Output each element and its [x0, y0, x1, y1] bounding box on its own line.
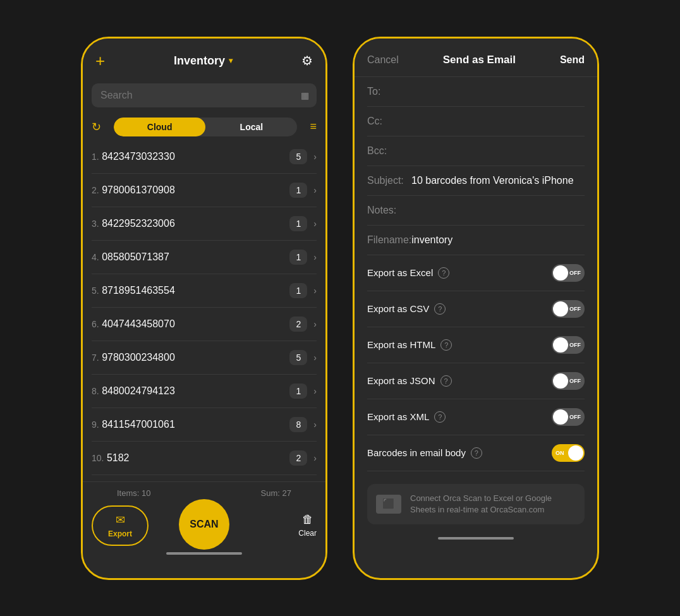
toggle-knob: [553, 301, 568, 317]
chevron-down-icon: ▾: [229, 56, 233, 65]
items-count: Items: 10: [117, 488, 150, 498]
settings-icon[interactable]: ⚙: [301, 53, 313, 68]
chevron-right-icon: ›: [313, 185, 317, 195]
cc-field: Cc:: [367, 107, 585, 136]
email-form: To: Cc: Bcc: Subject: 10 barcodes from V…: [355, 77, 597, 255]
bottom-actions: ✉ Export SCAN 🗑 Clear: [92, 505, 317, 546]
toggle-label: OFF: [569, 306, 581, 312]
item-count: 1: [289, 250, 307, 265]
list-item[interactable]: 4. 085805071387 1 ›: [92, 241, 317, 274]
bcc-input[interactable]: [411, 145, 585, 157]
help-icon[interactable]: ?: [434, 411, 446, 423]
list-item[interactable]: 5. 8718951463554 1 ›: [92, 274, 317, 308]
item-count: 5: [289, 350, 307, 365]
chevron-right-icon: ›: [313, 353, 317, 363]
help-icon[interactable]: ?: [440, 339, 452, 351]
help-icon[interactable]: ?: [434, 303, 446, 315]
barcode-icon: ▦: [301, 90, 309, 100]
toggle-label: OFF: [569, 378, 581, 384]
toggle-label: OFF: [569, 414, 581, 420]
toggle-knob: [553, 337, 568, 353]
send-button[interactable]: Send: [560, 54, 585, 66]
export-option-row: Export as CSV ? OFF: [367, 291, 585, 327]
toggle-switch[interactable]: OFF: [552, 408, 585, 426]
left-header: + Inventory ▾ ⚙: [83, 39, 325, 77]
item-count: 1: [289, 183, 307, 198]
item-code: 2. 9780061370908: [92, 184, 175, 196]
inventory-title[interactable]: Inventory ▾: [174, 54, 233, 68]
item-code: 6. 4047443458070: [92, 318, 175, 330]
to-input[interactable]: [411, 86, 585, 97]
item-code: 7. 9780300234800: [92, 352, 175, 363]
chevron-right-icon: ›: [313, 219, 317, 229]
filename-value: inventory: [411, 234, 585, 246]
chevron-right-icon: ›: [313, 420, 317, 430]
toggle-switch[interactable]: OFF: [552, 336, 585, 354]
search-bar: ▦: [92, 83, 317, 107]
item-code: 5. 8718951463554: [92, 285, 175, 296]
refresh-icon[interactable]: ↻: [92, 120, 101, 134]
chevron-right-icon: ›: [313, 453, 317, 463]
local-tab[interactable]: Local: [205, 118, 297, 136]
export-option-row: Export as XML ? OFF: [367, 399, 585, 435]
chevron-right-icon: ›: [313, 386, 317, 396]
list-item[interactable]: 9. 8411547001061 8 ›: [92, 408, 317, 442]
list-item[interactable]: 7. 9780300234800 5 ›: [92, 341, 317, 375]
subject-value: 10 barcodes from Veronica's iPhone: [411, 175, 585, 186]
notes-input[interactable]: [411, 205, 585, 216]
search-input[interactable]: [92, 83, 317, 107]
cloud-local-toggle: Cloud Local: [114, 118, 297, 136]
chevron-right-icon: ›: [313, 252, 317, 262]
item-code: 10. 5182: [92, 452, 130, 464]
bcc-label: Bcc:: [367, 145, 411, 157]
toggle-label: OFF: [569, 270, 581, 276]
list-item[interactable]: 8. 8480024794123 1 ›: [92, 375, 317, 408]
clear-label: Clear: [298, 529, 317, 538]
export-option-row: Export as JSON ? OFF: [367, 363, 585, 399]
help-icon[interactable]: ?: [438, 267, 449, 279]
item-code: 9. 8411547001061: [92, 419, 175, 430]
toggle-label: OFF: [569, 342, 581, 348]
export-option-label: Export as HTML: [367, 339, 435, 350]
left-phone: + Inventory ▾ ⚙ ▦ ↻ Cloud Local ≡ 1. 842…: [81, 37, 327, 580]
toggle-knob: [553, 265, 568, 281]
title-text: Inventory: [174, 54, 225, 68]
list-item[interactable]: 3. 8422952323006 1 ›: [92, 207, 317, 241]
export-option-label: Export as Excel: [367, 267, 433, 278]
item-code: 4. 085805071387: [92, 251, 169, 263]
toggle-knob: [553, 409, 568, 425]
toggle-switch[interactable]: ON: [552, 444, 585, 462]
help-icon[interactable]: ?: [440, 375, 452, 387]
item-count: 5: [289, 149, 307, 164]
list-item[interactable]: 6. 4047443458070 2 ›: [92, 308, 317, 341]
notes-label: Notes:: [367, 205, 411, 216]
scan-button[interactable]: SCAN: [179, 499, 229, 550]
toggle-switch[interactable]: OFF: [552, 300, 585, 318]
item-count: 2: [289, 450, 307, 466]
add-icon[interactable]: +: [95, 51, 105, 71]
filename-field: Filename: inventory: [367, 226, 585, 255]
toggle-switch[interactable]: OFF: [552, 372, 585, 390]
export-button[interactable]: ✉ Export: [92, 505, 149, 546]
list-view-icon[interactable]: ≡: [310, 120, 317, 133]
cc-input[interactable]: [411, 116, 585, 127]
right-home-indicator: [438, 537, 514, 540]
export-option-label: Export as XML: [367, 411, 429, 422]
clear-button[interactable]: 🗑 Clear: [298, 513, 317, 538]
list-item[interactable]: 2. 9780061370908 1 ›: [92, 174, 317, 207]
toggle-switch[interactable]: OFF: [552, 264, 585, 282]
list-item[interactable]: 10. 5182 2 ›: [92, 442, 317, 475]
help-icon[interactable]: ?: [471, 447, 482, 459]
toggle-label: ON: [556, 450, 564, 456]
bottom-bar: Items: 10 Sum: 27 ✉ Export SCAN 🗑 Clear: [83, 481, 325, 567]
chevron-right-icon: ›: [313, 286, 317, 296]
cancel-button[interactable]: Cancel: [367, 54, 399, 66]
subject-field: Subject: 10 barcodes from Veronica's iPh…: [367, 166, 585, 196]
home-indicator: [166, 552, 242, 555]
promo-icon: ⬛: [376, 495, 401, 514]
list-item[interactable]: 1. 8423473032330 5 ›: [92, 140, 317, 174]
to-label: To:: [367, 86, 411, 97]
cloud-tab[interactable]: Cloud: [114, 118, 205, 136]
bcc-field: Bcc:: [367, 136, 585, 166]
stats-row: Items: 10 Sum: 27: [92, 488, 317, 498]
